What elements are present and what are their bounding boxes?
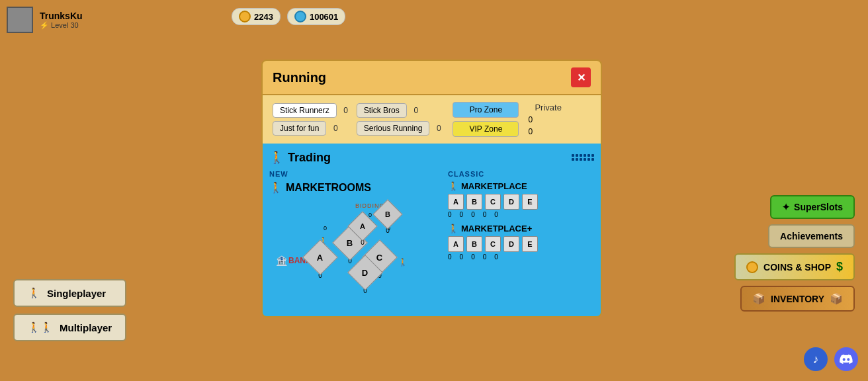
inv-icon-right: 📦 — [830, 292, 843, 305]
bottom-right: ♪ — [804, 347, 858, 371]
tab-group-left: Stick Runnerz 0 Just for fun 0 — [273, 103, 351, 136]
marketplace-title: 🚶 MARKETPLACE — [448, 181, 594, 191]
slot-plus-count-A: 0 — [448, 253, 452, 261]
running-modal: Running ✕ Stick Runnerz 0 Just for fun 0… — [261, 60, 602, 318]
coins-pill: 2243 — [232, 8, 281, 25]
user-info: TrunksKu Level 30 — [40, 11, 83, 30]
slot-plus-A[interactable]: A — [448, 236, 464, 252]
marketplace-plus-title: 🚶 MARKETPLACE+ — [448, 224, 594, 233]
discord-icon-svg — [840, 353, 853, 366]
private-section: Private 0 0 — [528, 103, 561, 136]
slot-count-D: 0 — [483, 211, 487, 218]
marketplace-counts: 0 0 0 0 0 — [448, 211, 594, 218]
superslots-icon: ✦ — [782, 202, 790, 212]
right-section: CLASSIC 🚶 MARKETPLACE A B C D E — [448, 170, 594, 310]
coin-icon — [239, 11, 251, 22]
inventory-button[interactable]: 📦 INVENTORY 📦 — [740, 286, 855, 312]
tab-count-1: 0 — [341, 106, 351, 115]
slot-count-A: 0 — [448, 211, 452, 218]
slot-count-C: 0 — [471, 211, 475, 218]
tab-row-2: Just for fun 0 — [273, 121, 351, 136]
dollar-icon: $ — [836, 260, 843, 274]
slot-E[interactable]: E — [522, 194, 538, 210]
tab-row-3: Stick Bros 0 — [357, 103, 445, 118]
user-level: Level 30 — [40, 21, 83, 30]
tab-pro-zone[interactable]: Pro Zone — [453, 102, 519, 118]
superslots-button[interactable]: ✦ SuperSlots — [770, 195, 855, 219]
trading-header: 🚶 Trading — [269, 150, 594, 165]
tab-count-3: 0 — [411, 106, 421, 115]
marketplace-plus-section: 🚶 MARKETPLACE+ A B C D E 0 0 0 0 — [448, 224, 594, 261]
classic-label: CLASSIC — [448, 170, 594, 178]
gem-icon — [294, 11, 306, 22]
trading-panel: 🚶 Trading NEW — [261, 144, 602, 318]
trading-icon: 🚶 — [269, 150, 284, 165]
marketplace-section: 🚶 MARKETPLACE A B C D E 0 0 0 0 — [448, 181, 594, 218]
coins-shop-button[interactable]: COINS & SHOP $ — [734, 253, 855, 280]
tab-row-4: Serious Running 0 — [357, 121, 445, 136]
username: TrunksKu — [40, 11, 83, 21]
tab-group-middle: Stick Bros 0 Serious Running 0 — [357, 103, 445, 136]
slot-plus-D[interactable]: D — [503, 236, 519, 252]
diamond-A[interactable]: A 0 — [308, 245, 333, 279]
music-button[interactable]: ♪ — [804, 347, 828, 371]
achievements-button[interactable]: Achievements — [768, 224, 855, 248]
modal-tabs: Stick Runnerz 0 Just for fun 0 Stick Bro… — [261, 95, 602, 144]
slot-D[interactable]: D — [503, 194, 519, 210]
private-row-2: 0 — [528, 127, 533, 136]
coins-value: 2243 — [254, 12, 273, 22]
grid-icon[interactable] — [572, 154, 594, 161]
private-count-1: 0 — [528, 115, 533, 124]
top-bar: TrunksKu Level 30 — [7, 7, 83, 33]
tab-vip-zone[interactable]: VIP Zone — [453, 121, 519, 137]
tab-serious-running[interactable]: Serious Running — [357, 121, 430, 136]
discord-button[interactable] — [834, 347, 858, 371]
multiplayer-icon: 🚶🚶 — [28, 321, 53, 333]
tab-stick-runnerz[interactable]: Stick Runnerz — [273, 103, 337, 118]
multiplayer-button[interactable]: 🚶🚶 Multiplayer — [13, 314, 126, 341]
left-panel: 🚶 Singleplayer 🚶🚶 Multiplayer — [13, 279, 126, 341]
slot-count-E: 0 — [494, 211, 498, 218]
slot-plus-E[interactable]: E — [522, 236, 538, 252]
tab-group-right: Pro Zone VIP Zone — [453, 102, 519, 137]
gems-pill: 100601 — [287, 8, 345, 25]
tab-stick-bros[interactable]: Stick Bros — [357, 103, 407, 118]
slot-count-B: 0 — [460, 211, 464, 218]
private-count-2: 0 — [528, 127, 533, 136]
marketplace-plus-counts: 0 0 0 0 0 — [448, 253, 594, 261]
marketplace-plus-slots: A B C D E — [448, 236, 594, 252]
diamond-D[interactable]: D 0 — [353, 260, 378, 294]
singleplayer-icon: 🚶 — [28, 287, 40, 299]
gems-value: 100601 — [310, 12, 338, 22]
slot-plus-count-D: 0 — [483, 253, 487, 261]
slot-plus-count-C: 0 — [471, 253, 475, 261]
singleplayer-button[interactable]: 🚶 Singleplayer — [13, 279, 126, 307]
marketrooms-title: 🚶 MARKETROOMS — [269, 181, 441, 194]
close-button[interactable]: ✕ — [571, 67, 591, 87]
slot-A[interactable]: A — [448, 194, 464, 210]
diamond-bid-B[interactable]: B 0 — [377, 204, 398, 234]
private-row-1: 0 — [528, 115, 533, 124]
diamond-area: 🏦 BANK BIDDING 🚶 🚶 0 0 0 0 — [269, 197, 441, 310]
slot-B[interactable]: B — [466, 194, 482, 210]
person-2: 🚶 — [398, 258, 408, 267]
slot-C[interactable]: C — [485, 194, 501, 210]
tab-just-for-fun[interactable]: Just for fun — [273, 121, 326, 136]
modal-header: Running ✕ — [261, 60, 602, 95]
right-panel: ✦ SuperSlots Achievements COINS & SHOP $… — [734, 195, 855, 312]
private-label: Private — [535, 103, 561, 112]
left-section: NEW 🚶 MARKETROOMS 🏦 BANK BIDDING 🚶 — [269, 170, 441, 310]
inv-icon-left: 📦 — [752, 292, 765, 305]
avatar — [7, 7, 33, 33]
slot-plus-B[interactable]: B — [466, 236, 482, 252]
slot-plus-C[interactable]: C — [485, 236, 501, 252]
tab-row-1: Stick Runnerz 0 — [273, 103, 351, 118]
slot-plus-count-B: 0 — [460, 253, 464, 261]
tab-count-2: 0 — [330, 124, 341, 133]
currency-bar: 2243 100601 — [232, 8, 345, 25]
coin-shop-icon — [746, 261, 758, 273]
new-label: NEW — [269, 170, 441, 178]
tab-count-4: 0 — [433, 124, 444, 133]
modal-title: Running — [273, 70, 326, 85]
diamond-bid-A[interactable]: A 0 — [352, 216, 373, 246]
